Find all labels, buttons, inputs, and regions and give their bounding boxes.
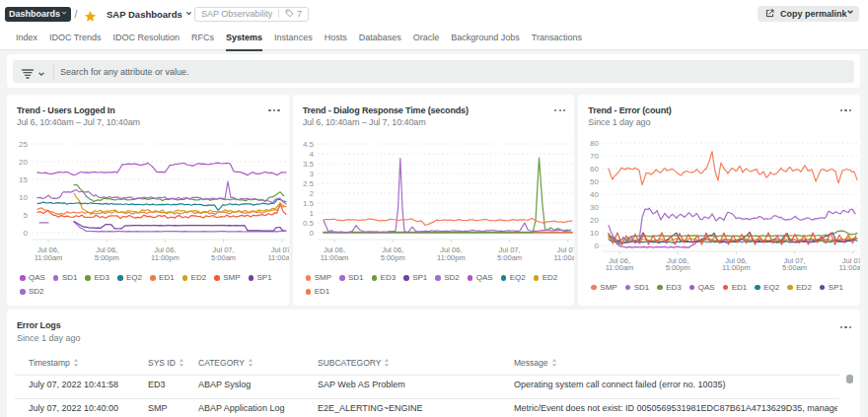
svg-text:5:00am: 5:00am <box>211 253 236 262</box>
svg-text:11:00am: 11:00am <box>267 253 288 262</box>
svg-text:10: 10 <box>590 229 599 238</box>
svg-text:2.5: 2.5 <box>303 179 315 188</box>
svg-text:1: 1 <box>309 209 314 218</box>
svg-text:5:00am: 5:00am <box>497 253 522 262</box>
svg-text:60: 60 <box>590 165 599 174</box>
svg-text:4.5: 4.5 <box>303 140 315 149</box>
svg-text:1.5: 1.5 <box>303 199 315 208</box>
svg-text:20: 20 <box>590 216 599 225</box>
svg-text:0: 0 <box>309 229 314 238</box>
svg-text:80: 80 <box>590 139 599 148</box>
svg-text:5:00pm: 5:00pm <box>95 253 119 262</box>
svg-text:25: 25 <box>19 140 28 149</box>
svg-text:20: 20 <box>19 158 28 167</box>
svg-text:11:00pm: 11:00pm <box>437 253 466 262</box>
svg-text:11:00am: 11:00am <box>553 253 574 262</box>
svg-text:30: 30 <box>590 203 599 212</box>
svg-text:2: 2 <box>309 189 314 198</box>
svg-text:11:00am: 11:00am <box>606 263 634 272</box>
svg-text:50: 50 <box>590 177 599 186</box>
svg-text:3: 3 <box>309 170 314 178</box>
svg-text:40: 40 <box>590 190 599 199</box>
svg-text:0.5: 0.5 <box>303 219 315 228</box>
svg-text:5:00am: 5:00am <box>782 263 807 272</box>
svg-text:11:00pm: 11:00pm <box>722 263 751 272</box>
svg-text:10: 10 <box>19 193 28 202</box>
svg-text:4: 4 <box>309 150 314 159</box>
svg-text:15: 15 <box>19 175 28 184</box>
svg-text:11:00pm: 11:00pm <box>151 253 180 262</box>
svg-text:5:00pm: 5:00pm <box>666 263 690 272</box>
svg-text:3.5: 3.5 <box>303 160 315 169</box>
svg-text:5:00pm: 5:00pm <box>380 253 404 262</box>
svg-text:11:00am: 11:00am <box>839 263 860 272</box>
svg-text:5: 5 <box>24 211 29 220</box>
svg-text:11:00am: 11:00am <box>320 253 348 262</box>
svg-text:0: 0 <box>24 229 29 238</box>
svg-text:11:00am: 11:00am <box>35 253 63 262</box>
svg-text:70: 70 <box>590 152 599 161</box>
svg-text:0: 0 <box>595 242 600 250</box>
